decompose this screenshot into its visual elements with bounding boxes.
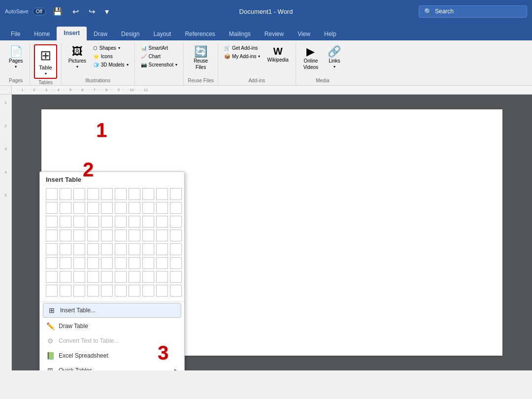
tab-insert[interactable]: Insert (57, 27, 87, 40)
table-cell[interactable] (87, 271, 99, 283)
excel-spreadsheet-item[interactable]: 📗 Excel Spreadsheet (40, 348, 184, 363)
table-button[interactable]: ⊞ Table ▾ (34, 44, 57, 79)
table-cell[interactable] (170, 285, 182, 297)
table-cell[interactable] (156, 188, 168, 200)
table-cell[interactable] (73, 188, 85, 200)
chart-button[interactable]: 📈 Chart (139, 53, 180, 60)
table-cell[interactable] (101, 285, 113, 297)
table-cell[interactable] (46, 285, 58, 297)
table-cell[interactable] (170, 257, 182, 269)
table-cell[interactable] (170, 188, 182, 200)
table-cell[interactable] (170, 243, 182, 255)
3d-models-button[interactable]: 🧊 3D Models ▾ (91, 61, 131, 68)
table-cell[interactable] (101, 257, 113, 269)
table-cell[interactable] (60, 271, 71, 283)
table-cell[interactable] (170, 216, 182, 228)
table-cell[interactable] (142, 257, 154, 269)
table-cell[interactable] (101, 202, 113, 214)
table-cell[interactable] (60, 216, 71, 228)
table-cell[interactable] (101, 188, 113, 200)
table-cell[interactable] (87, 285, 99, 297)
insert-table-item[interactable]: ⊞ Insert Table... (43, 303, 181, 318)
reuse-files-button[interactable]: 🔄 Reuse Files (190, 44, 212, 72)
table-cell[interactable] (129, 271, 140, 283)
table-cell[interactable] (156, 243, 168, 255)
table-cell[interactable] (73, 230, 85, 241)
table-cell[interactable] (156, 271, 168, 283)
icons-button[interactable]: ⭐ Icons (91, 53, 131, 60)
tab-mailings[interactable]: Mailings (222, 28, 258, 40)
search-box[interactable]: 🔍 Search (419, 5, 527, 18)
table-cell[interactable] (115, 188, 127, 200)
table-grid[interactable] (40, 186, 184, 301)
table-cell[interactable] (129, 230, 140, 241)
table-cell[interactable] (129, 202, 140, 214)
table-cell[interactable] (129, 216, 140, 228)
table-cell[interactable] (115, 202, 127, 214)
table-cell[interactable] (73, 285, 85, 297)
smartart-button[interactable]: 📊 SmartArt (139, 44, 180, 52)
tab-view[interactable]: View (291, 28, 317, 40)
table-cell[interactable] (73, 202, 85, 214)
pictures-button[interactable]: 🖼 Pictures ▾ (66, 44, 89, 71)
table-cell[interactable] (87, 202, 99, 214)
table-cell[interactable] (115, 243, 127, 255)
table-cell[interactable] (73, 257, 85, 269)
table-cell[interactable] (60, 285, 71, 297)
tab-review[interactable]: Review (258, 28, 291, 40)
tab-file[interactable]: File (4, 28, 27, 40)
tab-layout[interactable]: Layout (146, 28, 178, 40)
tab-help[interactable]: Help (317, 28, 343, 40)
table-cell[interactable] (87, 243, 99, 255)
table-cell[interactable] (46, 230, 58, 241)
table-cell[interactable] (142, 230, 154, 241)
my-addins-button[interactable]: 📦 My Add-ins ▾ (222, 53, 262, 60)
table-cell[interactable] (129, 243, 140, 255)
save-button[interactable]: 💾 (50, 5, 66, 18)
table-cell[interactable] (87, 216, 99, 228)
table-cell[interactable] (101, 216, 113, 228)
table-cell[interactable] (60, 188, 71, 200)
links-button[interactable]: 🔗 Links ▾ (324, 44, 345, 71)
table-cell[interactable] (156, 216, 168, 228)
table-cell[interactable] (87, 188, 99, 200)
table-cell[interactable] (73, 271, 85, 283)
table-cell[interactable] (142, 188, 154, 200)
table-cell[interactable] (46, 243, 58, 255)
table-cell[interactable] (46, 257, 58, 269)
autosave-toggle[interactable]: Off (33, 8, 46, 15)
pages-button[interactable]: 📄 Pages ▾ (6, 44, 26, 71)
table-cell[interactable] (170, 202, 182, 214)
tab-design[interactable]: Design (114, 28, 146, 40)
online-videos-button[interactable]: ▶ Online Videos (300, 44, 322, 72)
table-cell[interactable] (115, 285, 127, 297)
table-cell[interactable] (46, 188, 58, 200)
table-cell[interactable] (73, 243, 85, 255)
table-cell[interactable] (129, 285, 140, 297)
table-cell[interactable] (142, 243, 154, 255)
quick-tables-item[interactable]: ⊞ Quick Tables ▶ (40, 363, 184, 370)
table-cell[interactable] (129, 257, 140, 269)
table-cell[interactable] (115, 271, 127, 283)
draw-table-item[interactable]: ✏️ Draw Table (40, 319, 184, 333)
table-cell[interactable] (87, 257, 99, 269)
table-cell[interactable] (46, 271, 58, 283)
table-cell[interactable] (170, 230, 182, 241)
shapes-button[interactable]: ⬡ Shapes ▾ (91, 44, 131, 52)
table-cell[interactable] (142, 285, 154, 297)
table-cell[interactable] (115, 230, 127, 241)
table-cell[interactable] (129, 188, 140, 200)
table-cell[interactable] (87, 230, 99, 241)
table-cell[interactable] (142, 271, 154, 283)
undo-button[interactable]: ↩ (69, 5, 82, 18)
screenshot-button[interactable]: 📷 Screenshot ▾ (139, 61, 180, 68)
table-cell[interactable] (156, 230, 168, 241)
table-cell[interactable] (73, 216, 85, 228)
table-cell[interactable] (101, 271, 113, 283)
table-cell[interactable] (115, 216, 127, 228)
table-cell[interactable] (115, 257, 127, 269)
table-cell[interactable] (170, 271, 182, 283)
table-cell[interactable] (60, 202, 71, 214)
table-cell[interactable] (46, 202, 58, 214)
get-addins-button[interactable]: 🛒 Get Add-ins (222, 44, 262, 52)
